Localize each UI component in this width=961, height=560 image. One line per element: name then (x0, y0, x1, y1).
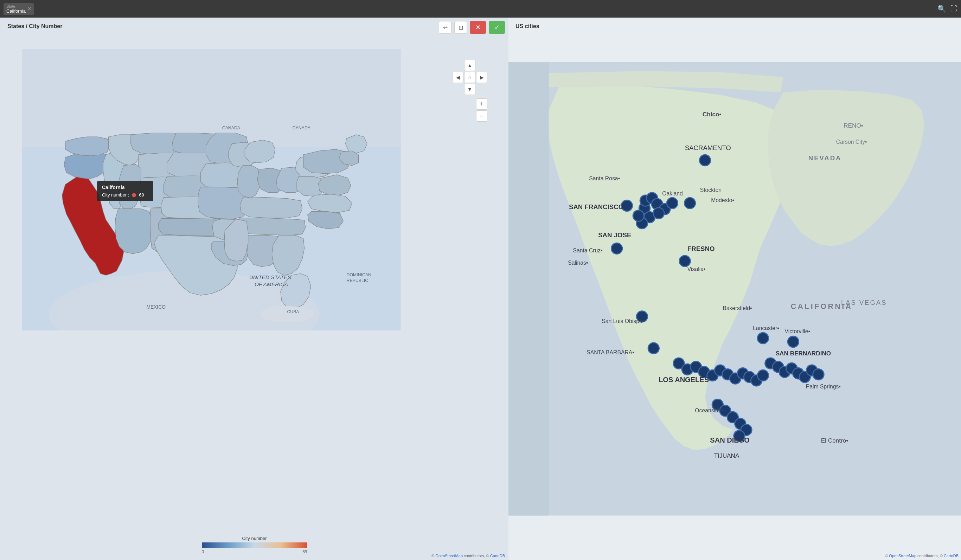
city-dot[interactable] (699, 155, 710, 166)
svg-rect-1 (22, 49, 401, 147)
svg-point-26 (684, 197, 696, 209)
map-navigation: ▲ ◀ ⌂ ▶ ▼ (452, 60, 487, 95)
svg-point-25 (611, 243, 622, 254)
svg-text:Palm Springs•: Palm Springs• (806, 383, 841, 390)
map-legend: City number 0 69 (202, 536, 307, 554)
svg-text:Bakersfield•: Bakersfield• (723, 305, 752, 311)
panels-row: States / City Number ↩ ⊡ ✕ ✓ ▲ ◀ ⌂ ▶ ▼ (0, 18, 961, 560)
cancel-button[interactable]: ✕ (470, 21, 486, 34)
svg-point-50 (757, 332, 769, 344)
svg-rect-13 (508, 62, 549, 516)
svg-text:SAN DIEGO: SAN DIEGO (710, 436, 750, 444)
nav-down-button[interactable]: ▼ (464, 83, 476, 95)
filter-close-button[interactable]: × (28, 6, 31, 11)
svg-point-29 (648, 343, 659, 354)
svg-point-51 (787, 336, 799, 347)
chart-toolbar: ↩ ⊡ ✕ ✓ (439, 21, 505, 34)
svg-text:Chico•: Chico• (702, 111, 722, 118)
legend-gradient (202, 542, 307, 548)
left-panel: States / City Number ↩ ⊡ ✕ ✓ ▲ ◀ ⌂ ▶ ▼ (0, 18, 508, 560)
legend-min: 0 (202, 549, 204, 554)
svg-text:OF AMERICA: OF AMERICA (255, 281, 288, 287)
expand-icon[interactable]: ⛶ (950, 5, 958, 13)
us-cities-panel: US cities (508, 18, 961, 560)
zoom-out-button[interactable]: − (476, 111, 487, 122)
usa-map-area[interactable]: UNITED STATES OF AMERICA MEXICO CUBA DOM… (0, 35, 508, 532)
svg-text:MEXICO: MEXICO (146, 304, 166, 310)
tooltip-dot (132, 193, 136, 197)
svg-point-3 (260, 306, 314, 323)
chart-title-left: States / City Number (7, 23, 62, 29)
svg-text:SAN FRANCISCO: SAN FRANCISCO (569, 203, 624, 210)
svg-text:FRESNO: FRESNO (688, 245, 715, 252)
svg-text:Oakland: Oakland (662, 191, 683, 196)
svg-text:TIJUANA: TIJUANA (714, 452, 739, 459)
cartodb-link[interactable]: CartoDB (490, 554, 505, 558)
svg-text:DOMINICAN: DOMINICAN (347, 273, 371, 278)
svg-text:SANTA BARBARA•: SANTA BARBARA• (587, 350, 634, 355)
svg-text:San Luis Obispo•: San Luis Obispo• (602, 318, 644, 324)
openstreetmap-link[interactable]: OpenStreetMap (436, 554, 463, 558)
reset-icon[interactable]: ↩ (439, 21, 452, 34)
svg-text:SACRAMENTO: SACRAMENTO (685, 144, 731, 151)
main-container: USA 🔍 State California ✓ Alabama America… (0, 18, 961, 560)
svg-point-49 (813, 369, 824, 380)
chart-title-right: US cities (516, 23, 539, 29)
confirm-button[interactable]: ✓ (489, 21, 505, 34)
map-zoom: + − (476, 98, 487, 122)
svg-text:Stockton: Stockton (700, 187, 722, 193)
svg-text:SAN JOSE: SAN JOSE (598, 231, 631, 239)
svg-text:Lancaster•: Lancaster• (753, 325, 779, 331)
filter-tag-state[interactable]: State California × (3, 3, 34, 15)
svg-point-27 (679, 255, 691, 267)
zoom-in-button[interactable]: + (476, 98, 487, 110)
nav-right-button[interactable]: ▶ (476, 72, 487, 83)
svg-text:Santa Cruz•: Santa Cruz• (573, 247, 602, 254)
legend-max: 69 (302, 549, 307, 554)
topbar: State California × 🔍 ⛶ (0, 0, 961, 18)
svg-text:CUBA: CUBA (287, 310, 299, 314)
svg-text:El Centro•: El Centro• (821, 437, 849, 444)
nav-home-button[interactable]: ⌂ (464, 72, 476, 83)
california-base-map: Chico• SACRAMENTO Santa Rosa• SAN FRANCI… (508, 18, 961, 560)
legend-label: City number (242, 536, 267, 541)
tooltip-value: 69 (139, 192, 144, 197)
legend-range: 0 69 (202, 549, 307, 554)
svg-text:LOS ANGELES: LOS ANGELES (659, 376, 709, 383)
lasso-icon[interactable]: ⊡ (454, 21, 467, 34)
usa-choropleth-map[interactable]: UNITED STATES OF AMERICA MEXICO CUBA DOM… (0, 49, 422, 331)
svg-text:UNITED STATES: UNITED STATES (249, 274, 291, 280)
nav-left-button[interactable]: ◀ (452, 72, 463, 83)
topbar-icons: 🔍 ⛶ (937, 5, 958, 13)
svg-text:Victorville•: Victorville• (784, 328, 810, 334)
tooltip-row: City number : 69 (102, 192, 148, 197)
svg-text:SAN BERNARDINO: SAN BERNARDINO (776, 350, 831, 357)
svg-text:RENO•: RENO• (844, 122, 863, 129)
openstreetmap-credit-right: © OpenStreetMap contributors, © CartoDB (885, 554, 959, 558)
svg-text:Modesto•: Modesto• (711, 197, 734, 203)
svg-text:Santa Rosa•: Santa Rosa• (589, 175, 620, 181)
filter-tag-category: State (6, 4, 26, 8)
map-tooltip: California City number : 69 (97, 181, 153, 201)
svg-point-24 (667, 197, 678, 209)
svg-text:LAS VEGAS: LAS VEGAS (841, 299, 887, 306)
tooltip-title: California (102, 185, 148, 190)
openstreetmap-link-right[interactable]: OpenStreetMap (889, 554, 916, 558)
svg-text:NEVADA: NEVADA (808, 154, 841, 162)
svg-text:CANADA: CANADA (222, 125, 241, 130)
svg-point-23 (653, 208, 664, 219)
svg-text:REPUBLIC: REPUBLIC (347, 278, 368, 283)
svg-text:Salinas•: Salinas• (568, 260, 588, 266)
cartodb-link-right[interactable]: CartoDB (944, 554, 959, 558)
nav-up-button[interactable]: ▲ (464, 60, 476, 71)
svg-text:Oceanside•: Oceanside• (695, 408, 723, 413)
svg-point-18 (633, 210, 644, 221)
openstreetmap-credit-left: © OpenStreetMap contributors, © CartoDB (431, 554, 505, 558)
svg-text:CANADA: CANADA (292, 125, 311, 130)
svg-text:Visalia•: Visalia• (688, 266, 706, 272)
search-icon[interactable]: 🔍 (937, 5, 946, 13)
filter-tag-value: California (6, 8, 26, 14)
svg-point-41 (757, 370, 769, 381)
svg-text:Carson City•: Carson City• (836, 139, 867, 145)
tooltip-label: City number : (102, 192, 129, 197)
